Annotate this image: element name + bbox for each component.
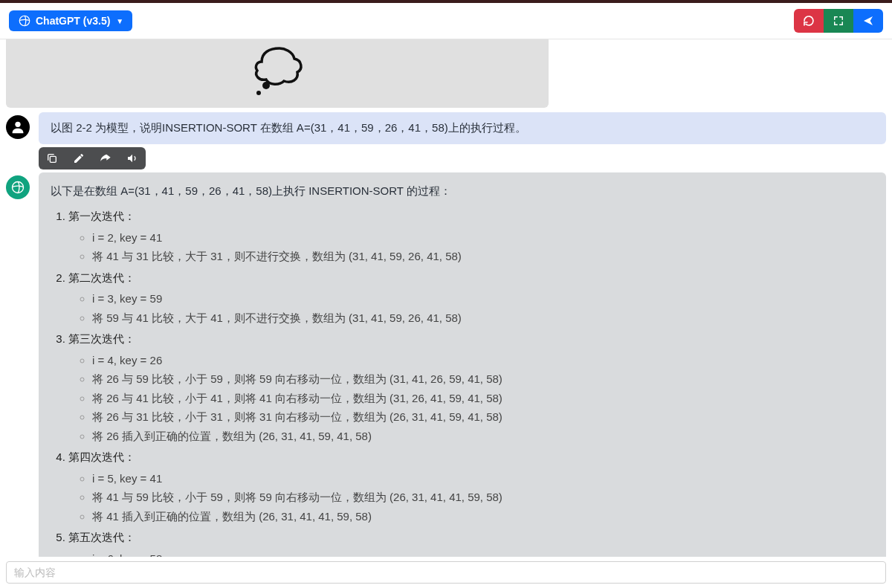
svg-point-0 <box>19 16 30 26</box>
assistant-message-bubble: 以下是在数组 A=(31，41，59，26，41，58)上执行 INSERTIO… <box>39 172 886 558</box>
svg-point-5 <box>13 181 24 193</box>
model-label: ChatGPT (v3.5) <box>36 15 110 27</box>
iteration-title: 第二次迭代： <box>68 271 135 284</box>
steps-list: i = 6, key = 58将 58 与 59 比较，小于 59，则将 59 … <box>92 551 874 558</box>
assistant-message-row: 以下是在数组 A=(31，41，59，26，41，58)上执行 INSERTIO… <box>6 172 886 558</box>
copy-button[interactable] <box>39 147 65 169</box>
user-avatar <box>6 115 30 139</box>
reload-button[interactable] <box>794 9 824 33</box>
step-item: i = 3, key = 59 <box>92 291 874 308</box>
assistant-avatar <box>6 175 30 199</box>
step-item: 将 26 与 59 比较，小于 59，则将 59 向右移动一位，数组为 (31,… <box>92 371 874 388</box>
iteration-title: 第三次迭代： <box>68 332 135 345</box>
svg-point-2 <box>256 91 261 95</box>
share-icon <box>862 15 874 27</box>
speaker-icon <box>126 152 138 164</box>
step-item: 将 41 插入到正确的位置，数组为 (26, 31, 41, 41, 59, 5… <box>92 508 874 526</box>
topbar: ChatGPT (v3.5) ▼ <box>0 0 892 39</box>
edit-button[interactable] <box>65 147 92 169</box>
iteration-item: 第一次迭代：i = 2, key = 41将 41 与 31 比较，大于 31，… <box>68 208 874 265</box>
steps-list: i = 2, key = 41将 41 与 31 比较，大于 31，则不进行交换… <box>92 230 874 265</box>
iteration-item: 第四次迭代：i = 5, key = 41将 41 与 59 比较，小于 59，… <box>68 449 874 525</box>
iteration-item: 第三次迭代：i = 4, key = 26将 26 与 59 比较，小于 59，… <box>68 331 874 445</box>
user-message-row: 以图 2-2 为模型，说明INSERTION-SORT 在数组 A=(31，41… <box>6 112 886 169</box>
speak-button[interactable] <box>119 147 146 169</box>
iteration-item: 第五次迭代：i = 6, key = 58将 58 与 59 比较，小于 59，… <box>68 529 874 557</box>
svg-point-1 <box>262 82 270 89</box>
fullscreen-icon <box>833 16 844 26</box>
steps-list: i = 3, key = 59将 59 与 41 比较，大于 41，则不进行交换… <box>92 291 874 326</box>
iteration-item: 第二次迭代：i = 3, key = 59将 59 与 41 比较，大于 41，… <box>68 270 874 327</box>
step-item: i = 2, key = 41 <box>92 230 874 247</box>
steps-list: i = 4, key = 26将 26 与 59 比较，小于 59，则将 59 … <box>92 352 874 445</box>
fullscreen-button[interactable] <box>824 9 853 33</box>
svg-rect-4 <box>50 156 56 162</box>
user-icon <box>10 119 26 135</box>
user-message-actions <box>39 147 146 169</box>
step-item: 将 41 与 59 比较，小于 59，则将 59 向右移动一位，数组为 (26,… <box>92 489 874 506</box>
svg-point-3 <box>15 122 20 127</box>
assistant-intro: 以下是在数组 A=(31，41，59，26，41，58)上执行 INSERTIO… <box>51 183 874 200</box>
model-selector-button[interactable]: ChatGPT (v3.5) ▼ <box>9 10 132 31</box>
iteration-title: 第四次迭代： <box>68 450 135 463</box>
input-wrap <box>6 561 886 584</box>
iterations-list: 第一次迭代：i = 2, key = 41将 41 与 31 比较，大于 31，… <box>68 208 874 557</box>
step-item: 将 41 与 31 比较，大于 31，则不进行交换，数组为 (31, 41, 5… <box>92 248 874 265</box>
caret-down-icon: ▼ <box>116 17 123 25</box>
forward-button[interactable] <box>92 147 119 169</box>
copy-icon <box>46 152 58 164</box>
step-item: i = 4, key = 26 <box>92 352 874 369</box>
edit-icon <box>73 152 85 164</box>
iteration-title: 第五次迭代： <box>68 531 135 543</box>
conversation-content[interactable]: 以图 2-2 为模型，说明INSERTION-SORT 在数组 A=(31，41… <box>0 39 892 557</box>
thought-bubble-icon <box>250 42 309 100</box>
message-input[interactable] <box>14 566 878 578</box>
step-item: 将 26 插入到正确的位置，数组为 (26, 31, 41, 59, 41, 5… <box>92 428 874 445</box>
openai-icon <box>18 14 31 28</box>
top-actions <box>794 9 883 33</box>
step-item: i = 5, key = 41 <box>92 471 874 488</box>
share-button[interactable] <box>853 9 883 33</box>
step-item: i = 6, key = 58 <box>92 551 874 558</box>
iteration-title: 第一次迭代： <box>68 210 135 222</box>
user-message-bubble: 以图 2-2 为模型，说明INSERTION-SORT 在数组 A=(31，41… <box>39 112 886 144</box>
step-item: 将 26 与 31 比较，小于 31，则将 31 向右移动一位，数组为 (26,… <box>92 409 874 426</box>
step-item: 将 59 与 41 比较，大于 41，则不进行交换，数组为 (31, 41, 5… <box>92 310 874 327</box>
step-item: 将 26 与 41 比较，小于 41，则将 41 向右移动一位，数组为 (31,… <box>92 390 874 407</box>
forward-icon <box>100 152 112 164</box>
thinking-area <box>6 39 549 108</box>
openai-icon <box>10 180 25 195</box>
reload-icon <box>803 15 815 27</box>
steps-list: i = 5, key = 41将 41 与 59 比较，小于 59，则将 59 … <box>92 471 874 526</box>
